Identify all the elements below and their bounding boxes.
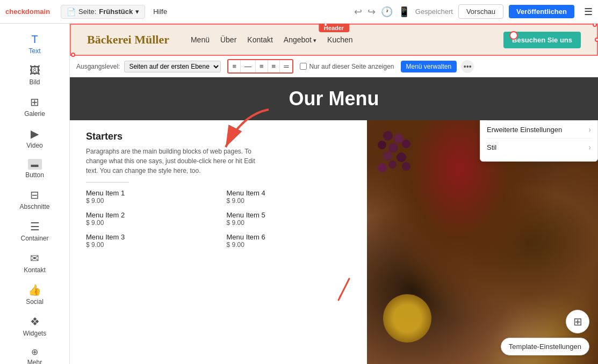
topbar-icons: ↩ ↪ 🕐 📱 [354,6,410,18]
nav-kuchen[interactable]: Kuchen [327,35,352,44]
sidebar-item-container[interactable]: ☰ Container [0,215,69,246]
history-icon[interactable]: 🕐 [381,6,393,18]
pencil-annotation [333,276,355,305]
sidebar-label-kontakt: Kontakt [24,266,46,274]
menu-item-price: $ 9.00 [86,197,211,205]
template-icon-button[interactable]: ⊞ [566,310,589,333]
sidebar-item-text[interactable]: T Text [0,28,69,59]
align-btn-3[interactable]: ≡ [256,60,268,72]
page-content: Our Menu Starters Paragraphs are the mai… [70,77,598,364]
sidebar-item-abschnitte[interactable]: ⊟ Abschnitte [0,183,69,215]
abschnitte-icon: ⊟ [30,188,39,201]
menu-items-grid: Menu Item 1 $ 9.00 Menu Item 2 $ 9.00 Me… [86,189,351,255]
sidebar-item-galerie[interactable]: ⊞ Galerie [0,90,69,122]
stil-row[interactable]: Stil › [487,138,591,156]
menu-item-name: Menu Item 2 [86,211,211,219]
brand-name: Bäckerei Müller [87,33,169,47]
menu-item-price: $ 9.00 [227,197,351,205]
menu-item-name: Menu Item 1 [86,189,211,197]
main-layout: T Text 🖼 Bild ⊞ Galerie ▶ Video ▬ Button… [0,24,598,364]
page-tab[interactable]: 📄 Seite: Frühstück ▾ [61,5,145,19]
sidebar-item-button[interactable]: ▬ Button [0,154,69,183]
align-btn-4[interactable]: ≡ [268,60,280,72]
sidebar-label-bild: Bild [29,78,40,86]
sidebar-item-bild[interactable]: 🖼 Bild [0,59,69,90]
nav-angebot[interactable]: Angebot [284,35,316,44]
logo: checkdomain [5,8,50,16]
kontakt-icon: ✉ [30,252,39,265]
sidebar-item-widgets[interactable]: ❖ Widgets [0,310,69,341]
social-icon: 👍 [28,283,41,296]
sidebar-label-button: Button [25,171,44,179]
template-icon: ⊞ [573,315,582,328]
publish-button[interactable]: Veröffentlichen [509,5,574,18]
sidebar: T Text 🖼 Bild ⊞ Galerie ▶ Video ▬ Button… [0,24,70,364]
align-buttons: ≡ — ≡ ≡ ═ [227,59,293,74]
svg-line-1 [338,295,341,300]
list-item: Menu Item 5 $ 9.00 [227,211,351,227]
more-options-button[interactable]: ••• [461,60,474,73]
list-item: Menu Item 1 $ 9.00 [86,189,211,205]
hero-section: Our Menu [70,77,598,120]
level-select[interactable]: Seiten auf der ersten Ebene [124,61,221,72]
align-btn-1[interactable]: ≡ [228,60,241,72]
menu-item-price: $ 9.00 [86,241,211,249]
bottom-right-controls: ⊞ Template-Einstellungen [501,310,589,355]
vorschau-button[interactable]: Vorschau [458,4,503,19]
erweiterte-label: Erweiterte Einstellungen [487,126,562,134]
list-item: Menu Item 3 $ 9.00 [86,233,211,249]
nav-toolbar: Ausgangslevel: Seiten auf der ersten Ebe… [70,56,598,77]
list-item: Menu Item 6 $ 9.00 [227,233,351,249]
page-dropdown-icon: ▾ [135,8,139,16]
align-btn-2[interactable]: — [241,60,256,72]
menu-item-name: Menu Item 4 [227,189,351,197]
button-icon: ▬ [28,159,42,170]
site-nav: Menü Über Kontakt Angebot Kuchen [191,35,353,44]
erweiterte-einstellungen-row[interactable]: Erweiterte Einstellungen › [487,120,591,138]
checkbox-text: Nur auf dieser Seite anzeigen [309,63,394,70]
sidebar-label-mehr: Mehr [27,359,42,364]
stil-label: Stil [487,143,496,151]
mobile-icon[interactable]: 📱 [398,6,410,18]
widgets-icon: ❖ [30,315,40,328]
menu-col-2: Menu Item 4 $ 9.00 Menu Item 5 $ 9.00 Me… [227,189,351,255]
hamburger-icon[interactable]: ☰ [584,6,593,18]
svg-line-0 [338,279,349,300]
panel-body: × px ••• Erweiterte Einstellungen › Stil… [480,120,597,161]
canvas-area: Header Bäckerei Müller Menü Über Kontakt… [70,24,598,364]
menu-text-section: Starters Paragraphs are the main buildin… [70,120,367,364]
list-item: Menu Item 2 $ 9.00 [86,211,211,227]
bild-icon: 🖼 [30,64,40,77]
sidebar-label-text: Text [28,47,40,55]
nav-ueber[interactable]: Über [220,35,236,44]
menu-item-name: Menu Item 5 [227,211,351,219]
sidebar-item-kontakt[interactable]: ✉ Kontakt [0,246,69,278]
starters-heading: Starters [86,131,351,142]
undo-icon[interactable]: ↩ [354,6,362,18]
nav-kontakt[interactable]: Kontakt [247,35,272,44]
menu-item-name: Menu Item 3 [86,233,211,241]
list-item: Menu Item 4 $ 9.00 [227,189,351,205]
menu-col-1: Menu Item 1 $ 9.00 Menu Item 2 $ 9.00 Me… [86,189,211,255]
redo-icon[interactable]: ↪ [368,6,376,18]
nav-menu[interactable]: Menü [191,35,210,44]
sidebar-label-galerie: Galerie [24,110,45,118]
gespeichert-status: Gespeichert [415,8,453,16]
nur-diese-seite-checkbox[interactable] [300,63,307,70]
section-divider [86,182,129,183]
menu-item-price: $ 9.00 [227,219,351,227]
sidebar-label-widgets: Widgets [23,330,46,337]
template-einstellungen-button[interactable]: Template-Einstellungen [501,338,589,355]
checkbox-label: Nur auf dieser Seite anzeigen [300,63,394,70]
menu-manage-button[interactable]: Menü verwalten [401,61,457,72]
align-btn-5[interactable]: ═ [280,60,292,72]
sidebar-item-mehr[interactable]: ⊕ Mehr [0,341,69,364]
sidebar-label-container: Container [20,235,48,242]
menu-item-price: $ 9.00 [227,241,351,249]
page-label: Seite: [78,8,96,16]
sidebar-item-video[interactable]: ▶ Video [0,122,69,154]
starters-description: Paragraphs are the main building blocks … [86,147,258,176]
sidebar-label-social: Social [26,298,44,305]
hilfe-link[interactable]: Hilfe [153,8,167,16]
sidebar-item-social[interactable]: 👍 Social [0,278,69,310]
